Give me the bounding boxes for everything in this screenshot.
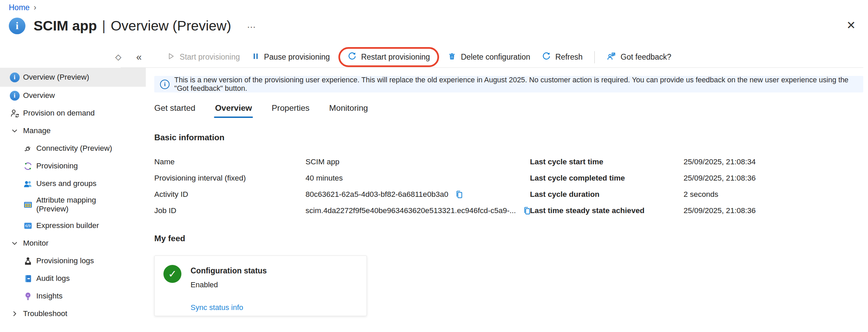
page-title: SCIM app | Overview (Preview) <box>34 18 231 34</box>
breadcrumb-home-link[interactable]: Home <box>9 3 29 12</box>
restart-icon <box>348 51 357 63</box>
field-label: Last cycle completed time <box>530 174 684 183</box>
status-value: Enabled <box>191 281 267 289</box>
info-row-last-cycle-start: Last cycle start time 25/09/2025, 21:08:… <box>530 154 756 170</box>
info-row-steady-state: Last time steady state achieved 25/09/20… <box>530 203 756 219</box>
card-title: Configuration status <box>191 266 267 275</box>
configuration-status-card: ✓ Configuration status Enabled Sync stat… <box>154 255 367 316</box>
info-row-last-cycle-duration: Last cycle duration 2 seconds <box>530 186 756 203</box>
field-label: Last cycle duration <box>530 190 684 199</box>
tab-monitoring[interactable]: Monitoring <box>329 103 368 118</box>
sidebar-item-expression-builder[interactable]: Expression builder <box>0 217 146 234</box>
tab-overview[interactable]: Overview <box>215 103 252 118</box>
sync-status-info-link[interactable]: Sync status info <box>191 303 243 312</box>
sidebar-item-audit-logs[interactable]: Audit logs <box>0 270 146 287</box>
sidebar-group-label: Troubleshoot <box>23 309 67 318</box>
got-feedback-button[interactable]: Got feedback? <box>601 48 677 66</box>
sidebar-item-label: Users and groups <box>36 179 97 188</box>
sidebar-group-monitor[interactable]: Monitor <box>0 234 146 252</box>
people-icon <box>23 179 33 189</box>
info-row-job-id: Job ID scim.4da2272f9f5e40be963463620e51… <box>154 203 531 219</box>
info-row-activity-id: Activity ID 80c63621-62a5-4d03-bf82-6a68… <box>154 186 531 203</box>
delete-configuration-label: Delete configuration <box>461 53 530 62</box>
tab-properties[interactable]: Properties <box>272 103 310 118</box>
resize-handle-icon[interactable]: ◇ <box>115 53 121 62</box>
info-row-name: Name SCIM app <box>154 154 531 170</box>
pause-provisioning-label: Pause provisioning <box>264 53 330 62</box>
plug-icon <box>23 143 33 153</box>
table-icon <box>23 200 33 210</box>
restart-provisioning-label: Restart provisioning <box>361 53 430 62</box>
lightbulb-icon <box>23 291 33 301</box>
sidebar-item-provisioning[interactable]: Provisioning <box>0 157 146 175</box>
more-options-icon[interactable]: … <box>247 20 257 30</box>
person-tray-icon <box>23 256 33 266</box>
sidebar-group-manage[interactable]: Manage <box>0 122 146 140</box>
breadcrumb-chevron-icon: › <box>34 3 36 12</box>
sidebar-item-insights[interactable]: Insights <box>0 287 146 305</box>
sidebar-group-troubleshoot[interactable]: Troubleshoot <box>0 305 146 323</box>
chevron-down-icon <box>9 126 20 136</box>
code-icon <box>23 221 33 231</box>
command-bar: ◇ « Start provisioning Pause provisionin… <box>113 47 863 67</box>
field-label: Last cycle start time <box>530 158 684 166</box>
sidebar-item-label: Provisioning <box>36 162 78 170</box>
sidebar-item-label: Audit logs <box>36 274 70 283</box>
notebook-icon <box>23 273 33 284</box>
field-value: 25/09/2025, 21:08:34 <box>684 158 756 166</box>
sidebar-item-provisioning-logs[interactable]: Provisioning logs <box>0 252 146 270</box>
app-info-icon: i <box>9 18 25 34</box>
close-icon[interactable]: ✕ <box>845 18 857 32</box>
sidebar-item-label: Attribute mapping (Preview) <box>36 196 113 213</box>
my-feed-heading: My feed <box>154 234 863 243</box>
success-check-icon: ✓ <box>163 265 181 283</box>
field-value: 2 seconds <box>684 190 718 199</box>
basic-information-heading: Basic information <box>154 133 863 142</box>
collapse-sidebar-icon[interactable]: « <box>136 52 142 62</box>
basic-information-grid: Name SCIM app Provisioning interval (fix… <box>154 154 863 219</box>
field-label: Provisioning interval (fixed) <box>154 174 305 183</box>
banner-info-icon: i <box>160 80 170 89</box>
sidebar-item-users-and-groups[interactable]: Users and groups <box>0 175 146 192</box>
sidebar-item-provision-on-demand[interactable]: Provision on demand <box>0 104 146 122</box>
field-label: Activity ID <box>154 190 305 199</box>
field-value: 25/09/2025, 21:08:36 <box>684 174 756 183</box>
info-icon: i <box>9 72 20 82</box>
main-content: i This is a new version of the provision… <box>154 68 863 316</box>
field-value: 40 minutes <box>305 174 343 183</box>
field-label: Name <box>154 158 305 166</box>
info-glyph: i <box>16 20 18 32</box>
toolbar-divider <box>594 51 595 63</box>
refresh-button[interactable]: Refresh <box>536 48 589 66</box>
page-title-divider: | <box>102 18 106 34</box>
got-feedback-label: Got feedback? <box>620 53 671 62</box>
sidebar-item-label: Provision on demand <box>23 109 95 118</box>
sidebar-item-label: Insights <box>36 292 63 300</box>
sidebar-item-label: Overview (Preview) <box>23 73 89 82</box>
sidebar-item-overview-preview[interactable]: i Overview (Preview) <box>0 68 146 87</box>
restart-provisioning-button[interactable]: Restart provisioning <box>338 47 439 67</box>
sidebar-item-overview[interactable]: i Overview <box>0 87 146 104</box>
sidebar: i Overview (Preview) i Overview Provisio… <box>0 68 146 323</box>
field-value: 80c63621-62a5-4d03-bf82-6a6811e0b3a0 <box>305 190 448 199</box>
pause-icon <box>252 52 260 62</box>
field-value: 25/09/2025, 21:08:36 <box>684 206 756 215</box>
page-title-section: Overview (Preview) <box>111 18 231 34</box>
start-provisioning-button[interactable]: Start provisioning <box>161 48 246 66</box>
sidebar-item-attribute-mapping[interactable]: Attribute mapping (Preview) <box>0 192 146 217</box>
chevron-right-icon <box>9 309 20 319</box>
sidebar-item-label: Connectivity (Preview) <box>36 144 112 153</box>
field-value: scim.4da2272f9f5e40be963463620e513321.ec… <box>305 206 516 215</box>
feedback-icon <box>607 51 616 63</box>
pause-provisioning-button[interactable]: Pause provisioning <box>246 49 336 66</box>
refresh-icon <box>542 51 551 63</box>
delete-configuration-button[interactable]: Delete configuration <box>442 48 536 66</box>
tab-get-started[interactable]: Get started <box>154 103 195 118</box>
sidebar-item-label: Overview <box>23 91 55 100</box>
sidebar-item-connectivity-preview[interactable]: Connectivity (Preview) <box>0 140 146 157</box>
copy-icon[interactable] <box>454 190 464 200</box>
info-banner: i This is a new version of the provision… <box>154 76 863 92</box>
refresh-label: Refresh <box>555 53 583 62</box>
sidebar-group-label: Manage <box>23 126 51 135</box>
sync-circle-icon <box>23 161 33 171</box>
